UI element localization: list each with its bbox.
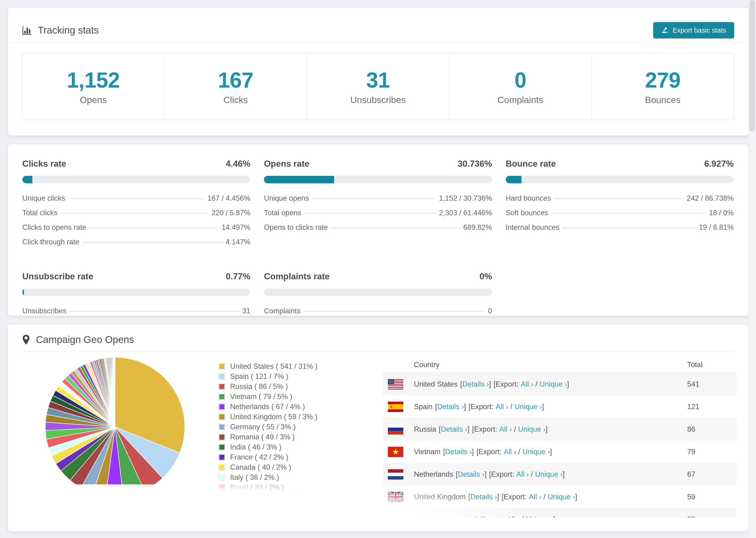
legend-item-south-africa[interactable]: South Africa ( 29 / 2% ) (218, 493, 383, 503)
legend-swatch (218, 423, 225, 430)
details-link[interactable]: Details › (458, 470, 485, 478)
export-unique-link[interactable]: Unique › (548, 493, 575, 501)
flag-de-icon (388, 514, 404, 517)
opens-rate-section: Opens rate 30.736% Unique opens1,152 / 3… (264, 159, 492, 252)
details-link[interactable]: Details › (437, 403, 464, 411)
legend-swatch (218, 434, 225, 441)
geo-opens-pie-chart[interactable] (45, 356, 186, 497)
dotted-leader (304, 213, 436, 214)
export-all-link[interactable]: All › (521, 380, 533, 388)
total-value: 86 (681, 425, 736, 434)
total-value: 55 (681, 515, 736, 517)
legend-item-germany[interactable]: Germany ( 55 / 3% ) (218, 422, 383, 432)
stat-box-opens: 1,152 Opens (22, 53, 164, 120)
total-column-header: Total (681, 360, 736, 369)
scrollbar-thumb[interactable] (749, 0, 755, 132)
opens-rate-bar-fill (264, 176, 334, 183)
dotted-leader (89, 228, 218, 228)
complaints-rate-title: Complaints rate (264, 272, 330, 282)
details-link[interactable]: Details › (470, 493, 497, 501)
opens-label: Opens (80, 95, 107, 105)
details-link[interactable]: Details › (445, 448, 472, 456)
unsubscribe-rate-bar-fill (22, 289, 24, 296)
legend-item-united-kingdom[interactable]: United Kingdom ( 59 / 3% ) (218, 412, 383, 422)
details-link[interactable]: Details › (449, 515, 475, 517)
export-unique-link[interactable]: Unique › (535, 470, 563, 478)
stat-row: Internal bounces19 / 6.81% (506, 223, 734, 238)
legend-item-italy[interactable]: Italy ( 36 / 2% ) (218, 472, 383, 482)
table-row-russia: Russia[Details ›][Export:All ›/Unique ›]… (383, 418, 736, 441)
legend-item-india[interactable]: India ( 46 / 3% ) (218, 442, 383, 452)
dotted-leader (563, 228, 696, 228)
export-all-link[interactable]: All › (496, 403, 508, 411)
tracking-stats-card: Tracking stats Export basic stats 1,152 … (8, 8, 748, 135)
stats-summary-row: 1,152 Opens 167 Clicks 31 Unsubscribes 0… (22, 53, 734, 120)
export-unique-link[interactable]: Unique › (540, 380, 567, 388)
bounce-rate-title: Bounce rate (506, 159, 556, 169)
legend-swatch (218, 454, 225, 461)
legend-swatch (218, 464, 225, 471)
legend-swatch (218, 444, 225, 451)
export-icon (661, 27, 669, 34)
export-all-link[interactable]: All › (529, 493, 541, 501)
export-all-link[interactable]: All › (504, 448, 516, 456)
legend-swatch (218, 474, 225, 481)
export-unique-link[interactable]: Unique › (514, 403, 542, 411)
flag-ru-icon (388, 424, 404, 435)
legend-item-spain[interactable]: Spain ( 121 / 7% ) (218, 371, 383, 381)
details-link[interactable]: Details › (441, 425, 467, 433)
export-all-link[interactable]: All › (516, 470, 529, 478)
legend-item-russia[interactable]: Russia ( 86 / 5% ) (218, 381, 383, 392)
legend-swatch (218, 403, 225, 410)
campaign-geo-opens-card: Campaign Geo Opens United States ( 541 /… (8, 325, 748, 531)
opens-rate-value: 30.736% (458, 159, 492, 169)
bounce-rate-bar-fill (506, 176, 521, 183)
unsubscribe-rate-title: Unsubscribe rate (22, 272, 93, 282)
legend-item-united-states[interactable]: United States ( 541 / 31% ) (218, 361, 383, 371)
unsubscribes-count: 31 (366, 68, 390, 92)
stat-row: Click through rate4.147% (22, 238, 250, 252)
dotted-leader (554, 198, 683, 199)
export-unique-link[interactable]: Unique › (526, 515, 553, 517)
geo-header: Campaign Geo Opens (8, 325, 748, 352)
dotted-leader (69, 198, 204, 199)
clicks-label: Clicks (224, 95, 248, 105)
table-row-vietnam: Vietnam[Details ›][Export:All ›/Unique ›… (383, 441, 736, 463)
opens-rate-bar (264, 176, 492, 183)
clicks-rate-section: Clicks rate 4.46% Unique clicks167 / 4.4… (22, 159, 250, 252)
unsubscribes-label: Unsubscribes (350, 95, 406, 105)
export-unique-link[interactable]: Unique › (522, 448, 550, 456)
legend-item-canada[interactable]: Canada ( 40 / 2% ) (218, 462, 383, 472)
export-button-label: Export basic stats (673, 27, 726, 34)
total-value: 121 (681, 403, 736, 411)
stat-box-clicks: 167 Clicks (164, 53, 306, 120)
legend-item-brazil[interactable]: Brazil ( 33 / 2% ) (218, 482, 383, 493)
flag-us-icon (388, 379, 404, 389)
details-link[interactable]: Details › (462, 380, 489, 388)
stat-row: Hard bounces242 / 86.738% (506, 194, 734, 209)
legend-item-romania[interactable]: Romania ( 49 / 3% ) (218, 432, 383, 442)
export-all-link[interactable]: All › (499, 425, 512, 433)
stat-row: Opens to clicks rate689.82% (264, 223, 492, 238)
dotted-leader (70, 311, 239, 312)
legend-item-france[interactable]: France ( 42 / 2% ) (218, 452, 383, 462)
unsubscribe-rate-value: 0.77% (226, 272, 250, 282)
legend-item-vietnam[interactable]: Vietnam ( 79 / 5% ) (218, 392, 383, 402)
flag-vn-icon (388, 447, 404, 457)
clicks-rate-bar-fill (22, 176, 32, 183)
legend-item-netherlands[interactable]: Netherlands ( 67 / 4% ) (218, 402, 383, 412)
bounces-label: Bounces (645, 95, 681, 105)
opens-rate-title: Opens rate (264, 159, 309, 169)
export-all-link[interactable]: All › (507, 515, 519, 517)
export-unique-link[interactable]: Unique › (518, 425, 546, 433)
unsubscribe-rate-section: Unsubscribe rate 0.77% Unsubscribes31 (22, 272, 250, 321)
map-marker-icon (22, 334, 30, 345)
clicks-rate-title: Clicks rate (22, 159, 66, 169)
export-basic-stats-button[interactable]: Export basic stats (653, 22, 734, 38)
stat-box-bounces: 279 Bounces (591, 53, 734, 120)
country-column-header: Country (414, 360, 671, 369)
flag-gb-icon (388, 492, 404, 502)
legend-swatch (218, 363, 225, 370)
page-scrollbar[interactable] (748, 0, 756, 538)
bounces-count: 279 (645, 68, 681, 92)
